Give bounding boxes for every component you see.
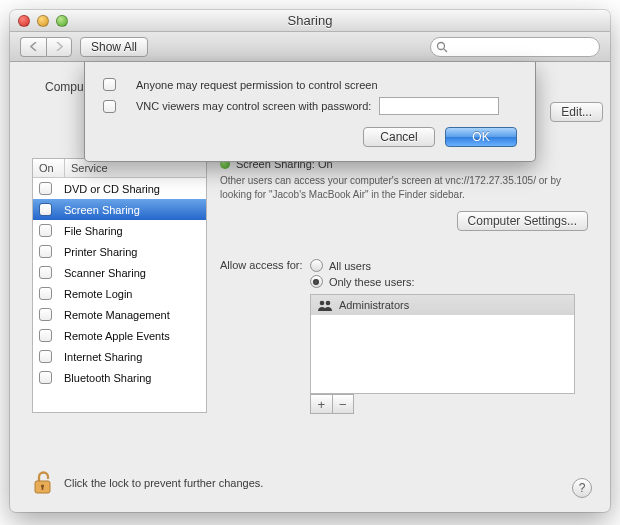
nav-back-forward	[20, 37, 72, 57]
forward-button[interactable]	[46, 37, 72, 57]
svg-point-0	[438, 42, 445, 49]
opt1-label: Anyone may request permission to control…	[136, 79, 378, 91]
ok-button[interactable]: OK	[445, 127, 517, 147]
window-title: Sharing	[10, 13, 610, 28]
sheet-dimmer: Anyone may request permission to control…	[10, 62, 610, 512]
search-icon	[436, 41, 448, 53]
search-field[interactable]	[430, 37, 600, 57]
vnc-password-field[interactable]	[379, 97, 499, 115]
cancel-button[interactable]: Cancel	[363, 127, 435, 147]
computer-settings-sheet: Anyone may request permission to control…	[84, 62, 536, 162]
sharing-prefpane-window: Sharing Show All Comput Edit... On Servi…	[10, 10, 610, 512]
chevron-right-icon	[55, 42, 63, 51]
titlebar: Sharing	[10, 10, 610, 32]
checkbox-icon	[103, 100, 116, 113]
opt-anyone-may-request[interactable]: Anyone may request permission to control…	[103, 78, 517, 91]
back-button[interactable]	[20, 37, 46, 57]
chevron-left-icon	[30, 42, 38, 51]
toolbar: Show All	[10, 32, 610, 62]
opt-vnc-password[interactable]: VNC viewers may control screen with pass…	[103, 97, 517, 115]
sheet-buttons: Cancel OK	[103, 127, 517, 147]
checkbox-icon	[103, 78, 116, 91]
opt2-label: VNC viewers may control screen with pass…	[136, 100, 371, 112]
svg-line-1	[444, 49, 447, 52]
show-all-button[interactable]: Show All	[80, 37, 148, 57]
